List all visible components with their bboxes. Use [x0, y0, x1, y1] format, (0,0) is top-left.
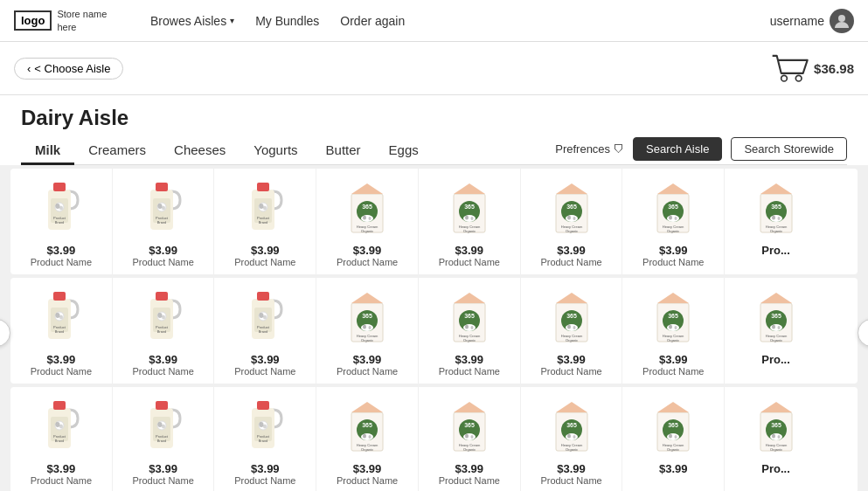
product-card[interactable]: 365 Heavy Cream Organic $3.99Product Nam… [419, 278, 521, 384]
store-name: Store name here [57, 8, 107, 33]
product-card[interactable]: 365 Heavy Cream Organic $3.99Product Nam… [419, 169, 521, 274]
product-card[interactable]: Product Brand $3.99Product Name [113, 387, 215, 491]
nav-my-bundles[interactable]: My Bundles [255, 14, 319, 28]
svg-marker-193 [657, 402, 689, 412]
product-grid-wrapper: ‹ › Product Brand $3.99Product Name Prod… [0, 165, 868, 491]
svg-rect-150 [156, 401, 168, 410]
tab-cheeses[interactable]: Cheeses [160, 137, 240, 165]
product-name: Product Name [219, 257, 310, 267]
product-name: Product Name [16, 257, 107, 267]
product-card[interactable]: 365 Heavy Cream Organic $3.99 [622, 387, 725, 491]
product-name: Product Name [322, 475, 413, 486]
search-storewide-button[interactable]: Search Storewide [731, 137, 847, 161]
product-row-1: Product Brand $3.99Product Name Product … [10, 169, 858, 274]
product-card[interactable]: 365 Heavy Cream Organic $3.99Product Nam… [316, 169, 419, 274]
product-name: Product Name [16, 475, 107, 486]
scroll-right-button[interactable]: › [858, 319, 868, 347]
product-card[interactable]: 365 Heavy Cream Organic Pro... [725, 387, 827, 491]
product-card[interactable]: 365 Heavy Cream Organic Pro... [725, 169, 827, 274]
svg-text:Brand: Brand [259, 220, 268, 225]
svg-text:Organic: Organic [769, 447, 781, 452]
product-card[interactable]: Product Brand $3.99Product Name [10, 387, 113, 491]
product-image: 365 Heavy Cream Organic [424, 177, 515, 239]
tab-butter[interactable]: Butter [312, 137, 375, 165]
product-price: $3.99 [526, 244, 617, 257]
product-price: $3.99 [16, 353, 107, 366]
product-price: $3.99 [526, 462, 617, 475]
avatar[interactable] [830, 9, 854, 33]
svg-point-102 [369, 326, 372, 329]
product-price: Pro... [730, 244, 822, 257]
product-card[interactable]: Product Brand $3.99Product Name [10, 278, 113, 384]
product-image: 365 Heavy Cream Organic [526, 396, 617, 457]
choose-aisle-button[interactable]: ‹ < Choose Aisle [14, 58, 123, 80]
product-price: $3.99 [118, 353, 209, 366]
product-card[interactable]: Product Brand $3.99Product Name [113, 278, 215, 384]
product-card[interactable]: 365 Heavy Cream Organic $3.99Product Nam… [316, 387, 419, 491]
scroll-left-button[interactable]: ‹ [0, 319, 10, 347]
tab-eggs[interactable]: Eggs [375, 137, 433, 165]
svg-text:Organic: Organic [667, 229, 679, 233]
preferences-button[interactable]: Prefrences ⛉ [555, 142, 624, 156]
product-price: $3.99 [118, 244, 209, 257]
product-name: Product Name [118, 475, 209, 486]
svg-text:Organic: Organic [667, 447, 679, 452]
logo: logo [14, 10, 52, 31]
svg-point-16 [162, 206, 165, 211]
svg-point-178 [463, 433, 476, 440]
product-card[interactable]: 365 Heavy Cream Organic $3.99Product Nam… [316, 278, 419, 384]
svg-text:365: 365 [668, 204, 678, 210]
svg-point-2 [795, 75, 802, 81]
product-image: 365 Heavy Cream Organic [628, 177, 719, 239]
product-card[interactable]: 365 Heavy Cream Organic $3.99Product Nam… [521, 387, 623, 491]
svg-text:Brand: Brand [259, 329, 268, 334]
product-name: Product Name [628, 366, 719, 377]
tab-creamers[interactable]: Creamers [74, 137, 160, 165]
product-card[interactable]: Product Brand $3.99Product Name [214, 169, 316, 274]
product-card[interactable]: Product Brand $3.99Product Name [214, 278, 316, 384]
svg-rect-4 [53, 183, 66, 191]
product-image: 365 Heavy Cream Organic [322, 287, 413, 348]
product-name: Product Name [424, 475, 515, 486]
product-card[interactable]: Product Brand $3.99Product Name [113, 169, 215, 274]
svg-point-23 [260, 204, 264, 209]
product-card[interactable]: 365 Heavy Cream Organic $3.99Product Nam… [521, 278, 623, 384]
nav-order-again-label: Order again [340, 14, 405, 28]
product-card[interactable]: 365 Heavy Cream Organic $3.99Product Nam… [622, 169, 725, 274]
svg-rect-73 [53, 292, 66, 301]
product-price: $3.99 [118, 462, 209, 475]
product-card[interactable]: Product Brand $3.99Product Name [214, 387, 316, 491]
filter-icon: ⛉ [614, 143, 624, 156]
svg-point-101 [363, 325, 366, 329]
svg-point-40 [463, 215, 476, 222]
product-card[interactable]: 365 Heavy Cream Organic Pro... [725, 278, 827, 384]
product-card[interactable]: 365 Heavy Cream Organic $3.99Product Nam… [521, 169, 623, 274]
product-price: $3.99 [424, 353, 515, 366]
product-card[interactable]: Product Brand $3.99Product Name [10, 169, 113, 274]
tab-milk[interactable]: Milk [21, 137, 74, 165]
svg-text:Brand: Brand [156, 220, 166, 225]
tab-yogurts[interactable]: Yogurts [240, 137, 311, 165]
nav-browse-aisles[interactable]: Browes Aisles ▾ [150, 14, 234, 28]
product-card[interactable]: 365 Heavy Cream Organic $3.99Product Nam… [622, 278, 725, 384]
svg-text:365: 365 [771, 313, 781, 319]
svg-marker-28 [351, 183, 383, 194]
nav-links: Browes Aisles ▾ My Bundles Order again [150, 14, 756, 28]
svg-text:Organic: Organic [566, 338, 578, 342]
svg-text:Organic: Organic [463, 447, 476, 452]
product-price: $3.99 [424, 462, 515, 475]
nav-order-again[interactable]: Order again [340, 14, 405, 28]
cart-area[interactable]: $36.98 [767, 49, 854, 87]
svg-marker-115 [556, 293, 587, 303]
svg-point-189 [573, 435, 575, 439]
product-card[interactable]: 365 Heavy Cream Organic $3.99Product Nam… [419, 387, 521, 491]
svg-point-41 [465, 216, 469, 220]
svg-rect-142 [53, 401, 66, 410]
svg-point-84 [157, 313, 162, 318]
svg-point-76 [55, 313, 59, 318]
search-aisle-button[interactable]: Search Aisle [633, 137, 722, 161]
svg-point-33 [369, 217, 372, 220]
product-image: Product Brand [118, 177, 209, 239]
user-icon [834, 13, 850, 29]
product-price: $3.99 [219, 462, 310, 475]
